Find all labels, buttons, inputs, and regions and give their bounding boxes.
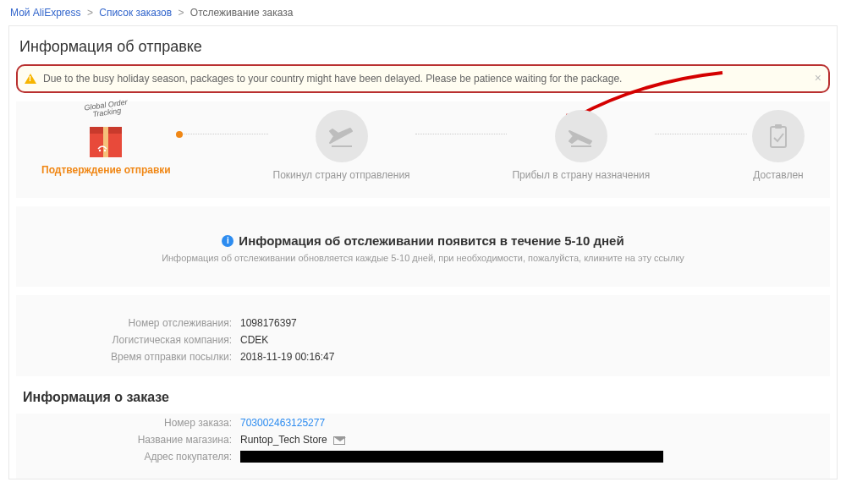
info-subline: Информация об отслеживании обновляется к… xyxy=(33,253,813,263)
step-departed: Покинул страну отправления xyxy=(273,110,410,181)
step-label: Покинул страну отправления xyxy=(273,169,410,181)
sent-time-label: Время отправки посылки: xyxy=(16,351,240,363)
sent-time-value: 2018-11-19 00:16:47 xyxy=(240,351,334,363)
svg-rect-2 xyxy=(103,127,108,157)
step-delivered: Доставлен xyxy=(752,110,805,181)
breadcrumb-home[interactable]: Мой AliExpress xyxy=(10,7,81,19)
close-icon[interactable]: × xyxy=(815,71,821,85)
carrier-value: CDEK xyxy=(240,334,268,346)
progress-steps: Global OrderTracking Подтверждение отпра… xyxy=(16,101,830,198)
step-connector xyxy=(415,134,508,134)
message-icon[interactable] xyxy=(333,436,345,445)
tracking-number-label: Номер отслеживания: xyxy=(16,317,240,329)
step-label: Подтверждение отправки xyxy=(41,164,171,176)
package-icon: Global OrderTracking xyxy=(81,115,130,164)
store-link[interactable]: Runtop_Tech Store xyxy=(240,434,327,446)
order-number-link[interactable]: 703002463125277 xyxy=(240,417,325,429)
order-details: Номер заказа: 703002463125277 Название м… xyxy=(16,414,830,479)
breadcrumb-sep: > xyxy=(178,7,184,19)
svg-rect-6 xyxy=(775,124,782,129)
step-label: Прибыл в страну назначения xyxy=(512,169,650,181)
svg-point-3 xyxy=(99,150,101,151)
carrier-label: Логистическая компания: xyxy=(16,334,240,346)
clipboard-check-icon xyxy=(752,110,805,162)
tracking-number-value: 1098176397 xyxy=(240,317,297,329)
order-section-title: Информация о заказе xyxy=(9,376,837,414)
buyer-address-value xyxy=(240,451,663,465)
step-arrived: Прибыл в страну назначения xyxy=(512,110,650,181)
tracking-panel: Информация об отправке Due to the busy h… xyxy=(8,25,838,479)
breadcrumb-current: Отслеживание заказа xyxy=(190,7,294,19)
alert-text: Due to the busy holiday season, packages… xyxy=(43,73,622,85)
svg-point-4 xyxy=(104,150,106,151)
plane-arrival-icon xyxy=(555,110,607,162)
step-confirmed: Global OrderTracking Подтверждение отпра… xyxy=(41,115,171,176)
step-connector xyxy=(176,134,268,134)
step-connector xyxy=(655,134,747,134)
breadcrumb-orders[interactable]: Список заказов xyxy=(99,7,172,19)
warning-icon xyxy=(25,74,36,84)
plane-departure-icon xyxy=(316,110,368,162)
order-number-label: Номер заказа: xyxy=(16,417,240,429)
tracking-info-block: i Информация об отслеживании появится в … xyxy=(16,206,830,287)
info-headline: Информация об отслеживании появится в те… xyxy=(239,233,624,248)
info-icon: i xyxy=(222,235,233,247)
svg-rect-5 xyxy=(771,127,786,147)
page-title: Информация об отправке xyxy=(9,26,837,64)
delay-alert: Due to the busy holiday season, packages… xyxy=(16,64,830,93)
store-label: Название магазина: xyxy=(16,434,240,446)
buyer-address-label: Адрес покупателя: xyxy=(16,451,240,465)
breadcrumb-sep: > xyxy=(87,7,93,19)
breadcrumb: Мой AliExpress > Список заказов > Отслеж… xyxy=(0,0,846,25)
step-label: Доставлен xyxy=(753,169,803,181)
shipment-details: Номер отслеживания: 1098176397 Логистиче… xyxy=(16,295,830,376)
